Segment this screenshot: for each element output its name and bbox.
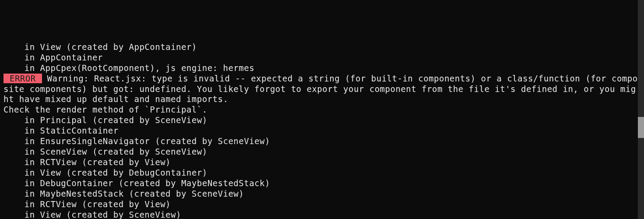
- stack-trace-line: in DebugContainer (created by MaybeNeste…: [4, 178, 640, 189]
- terminal-output: in View (created by AppContainer) in App…: [0, 42, 644, 219]
- stack-trace-line: in View (created by DebugContainer): [4, 168, 640, 178]
- stack-trace-line: in MaybeNestedStack (created by SceneVie…: [4, 189, 640, 199]
- stack-trace-line: in RCTView (created by View): [4, 157, 640, 168]
- error-message: Warning: React.jsx: type is invalid -- e…: [4, 74, 638, 104]
- stack-trace-line: in View (created by AppContainer): [4, 42, 640, 53]
- stack-trace-line: in AppContainer: [4, 53, 640, 63]
- scrollbar-thumb[interactable]: [638, 117, 644, 138]
- check-render-line: Check the render method of `Principal`.: [4, 105, 640, 115]
- stack-trace-line: in SceneView (created by SceneView): [4, 147, 640, 157]
- stack-trace-line: in EnsureSingleNavigator (created by Sce…: [4, 136, 640, 147]
- error-badge: ERROR: [4, 74, 42, 83]
- error-line: ERROR Warning: React.jsx: type is invali…: [4, 74, 638, 104]
- stack-trace-line: in StaticContainer: [4, 126, 640, 136]
- stack-trace-line: in View (created by SceneView): [4, 210, 640, 219]
- stack-trace-line: in RCTView (created by View): [4, 199, 640, 210]
- stack-trace-line: in AppCpex(RootComponent), js engine: he…: [4, 63, 640, 74]
- scrollbar-track[interactable]: [638, 0, 644, 219]
- stack-trace-line: in Principal (created by SceneView): [4, 115, 640, 126]
